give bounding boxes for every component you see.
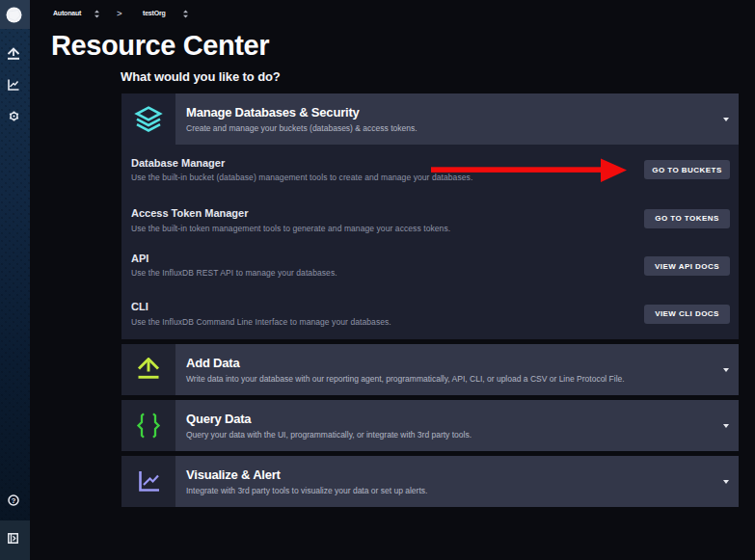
svg-text:?: ? bbox=[12, 495, 16, 504]
